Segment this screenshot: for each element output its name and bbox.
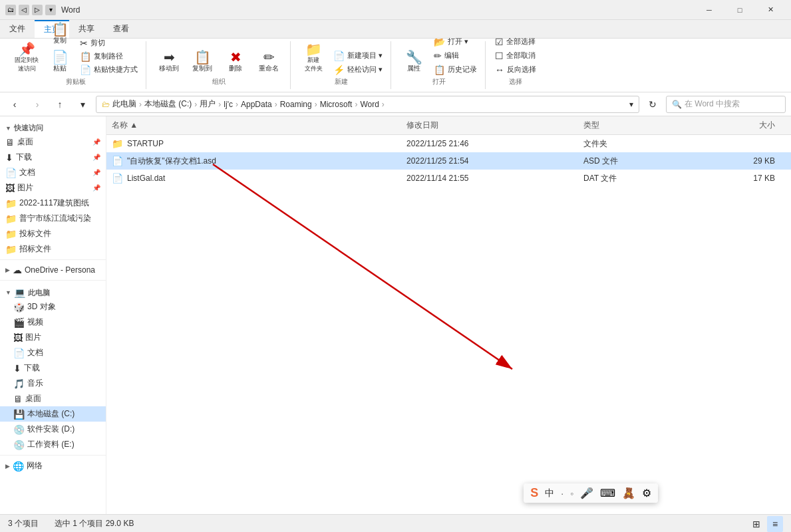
minimize-button[interactable]: ─ [694,0,724,20]
this-pc-section[interactable]: ▼ 💻 此电脑 [0,283,106,299]
file-row-startup[interactable]: 📁 STARTUP 2022/11/25 21:46 文件夹 [106,135,791,152]
ime-keyboard-icon[interactable]: ⌨ [600,487,615,499]
clipboard-group-label: 剪贴板 [66,77,86,86]
move-label: 移动到 [159,64,179,73]
pin-quick-access-button[interactable]: 📌 固定到快速访问 [11,40,43,76]
delete-icon: ✖ [230,51,241,64]
window-icon: 🗂 [5,5,16,15]
new-folder-button[interactable]: 📁 新建文件夹 [297,40,329,76]
breadcrumb-part-8[interactable]: Word [360,100,379,109]
invert-selection-button[interactable]: ↔ 反向选择 [492,63,539,76]
list-view-button[interactable]: ≡ [767,516,783,532]
startup-folder-icon: 📁 [112,138,123,149]
col-date[interactable]: 修改日期 [406,120,583,131]
paste-icon: 📄 [52,51,69,64]
history-button[interactable]: 📋 历史记录 [431,63,480,76]
sidebar-item-desktop-quick[interactable]: 🖥 桌面 📌 [0,134,106,150]
paste-label: 粘贴 [53,64,67,73]
new-item-icon: 📄 [333,51,345,61]
ime-bear-icon[interactable]: 🧸 [622,487,635,499]
folder-icon-address: 🗁 [102,100,110,109]
organize-group-label: 组织 [212,77,226,86]
ime-gear-icon[interactable]: ⚙ [642,487,651,499]
copy-path-button[interactable]: 📋 复制路径 [77,50,140,63]
breadcrumb-part-3[interactable]: 用户 [200,98,216,110]
sidebar-item-music[interactable]: 🎵 音乐 [0,376,106,391]
sidebar-item-folder1[interactable]: 📁 2022-1117建筑图纸 [0,196,106,211]
select-none-button[interactable]: ☐ 全部取消 [492,49,539,62]
up-button[interactable]: ↑ [51,95,69,114]
paste-shortcut-button[interactable]: 📄 粘贴快捷方式 [77,63,140,76]
copy-path-icon: 📋 [80,52,91,61]
quick-access-section[interactable]: ▼ 快速访问 [0,119,106,134]
ribbon-group-new: 📁 新建文件夹 📄 新建项目 ▾ ⚡ 轻松访问 ▾ 新建 [292,41,391,89]
paste-shortcut-label: 粘贴快捷方式 [94,65,138,74]
back-button[interactable]: ‹ [5,95,24,114]
move-to-button[interactable]: ➡ 移动到 [153,48,185,76]
properties-label: 属性 [407,64,420,73]
grid-view-button[interactable]: ⊞ [748,516,764,532]
paste-button[interactable]: 📄 粘贴 [44,48,76,76]
localc-label: 本地磁盘 (C:) [27,408,75,420]
sidebar-item-videos[interactable]: 🎬 视频 [0,315,106,330]
breadcrumb-part-2[interactable]: 本地磁盘 (C:) [144,98,192,110]
rename-button[interactable]: ✏ 重命名 [253,48,285,76]
dropdown-arrow[interactable]: ▾ [629,100,633,109]
sidebar-item-onedrive[interactable]: ▶ ☁ OneDrive - Persona [0,263,106,277]
forward-button[interactable]: › [28,95,47,114]
sidebar-item-pics[interactable]: 🖼 图片 [0,330,106,345]
sidebar-item-docs-quick[interactable]: 📄 文档 📌 [0,165,106,180]
breadcrumb-part-5[interactable]: AppData [241,100,272,109]
sidebar-item-downloads[interactable]: ⬇ 下载 [0,360,106,376]
folder4-icon: 📁 [5,244,17,255]
selected-info: 选中 1 个项目 29.0 KB [55,518,134,529]
copy-to-button[interactable]: 📋 复制到 [186,48,218,76]
search-box[interactable]: 🔍 在 Word 中搜索 [666,96,786,113]
maximize-button[interactable]: □ [724,0,755,20]
properties-button[interactable]: 🔧 属性 [398,48,430,76]
properties-icon: 🔧 [406,51,422,64]
sidebar-item-folder3[interactable]: 📁 投标文件 [0,226,106,241]
downloads2-icon: ⬇ [13,363,21,374]
sidebar-item-3d[interactable]: 🎲 3D 对象 [0,299,106,315]
docs-label: 文档 [27,347,43,358]
dat-file-icon: 📄 [112,173,123,184]
sidebar-item-folder2[interactable]: 📁 普宁市练江流域污染 [0,211,106,226]
easy-access-button[interactable]: ⚡ 轻松访问 ▾ [331,63,385,76]
refresh-button[interactable]: ↻ [643,95,662,114]
sidebar-item-docs[interactable]: 📄 文档 [0,345,106,360]
copy-label: 复制 [53,36,67,45]
open-button[interactable]: 📂 打开 ▾ [431,35,480,48]
col-size[interactable]: 大小 [701,120,786,131]
desktop2-icon: 🖥 [13,394,23,404]
delete-button[interactable]: ✖ 删除 [220,48,251,76]
sidebar-item-desktop[interactable]: 🖥 桌面 [0,391,106,406]
breadcrumb-part-4[interactable]: lj'c [224,100,233,109]
breadcrumb-part-1[interactable]: 此电脑 [112,98,136,110]
sidebar-item-software-d[interactable]: 💿 软件安装 (D:) [0,422,106,437]
copy-button[interactable]: 📋 复制 [44,20,76,48]
ime-mic-icon[interactable]: 🎤 [580,487,593,499]
new-item-button[interactable]: 📄 新建项目 ▾ [331,49,385,62]
select-all-button[interactable]: ☑ 全部选择 [492,35,539,48]
sidebar-item-local-c[interactable]: 💾 本地磁盘 (C:) [0,406,106,422]
breadcrumb-part-7[interactable]: Microsoft [320,100,353,109]
copy-to-label: 复制到 [192,64,212,73]
col-type[interactable]: 类型 [583,120,701,131]
recent-locations-button[interactable]: ▾ [73,95,92,114]
pics-icon: 🖼 [5,183,15,194]
sidebar-item-pics-quick[interactable]: 🖼 图片 📌 [0,180,106,196]
breadcrumb-part-6[interactable]: Roaming [280,100,312,109]
sidebar-item-work-e[interactable]: 💿 工作资料 (E:) [0,437,106,452]
edit-label: 编辑 [444,51,459,61]
sidebar-item-network[interactable]: ▶ 🌐 网络 [0,458,106,473]
address-path[interactable]: 🗁 此电脑 › 本地磁盘 (C:) › 用户 › lj'c › AppData … [96,96,639,113]
cut-button[interactable]: ✂ 剪切 [77,37,140,49]
close-button[interactable]: ✕ [755,0,786,20]
sidebar-item-downloads-quick[interactable]: ⬇ 下载 📌 [0,150,106,165]
edit-button[interactable]: ✏ 编辑 [431,49,480,62]
file-row-dat[interactable]: 📄 ListGal.dat 2022/11/14 21:55 DAT 文件 17… [106,170,791,187]
sidebar-item-folder4[interactable]: 📁 招标文件 [0,241,106,257]
col-name[interactable]: 名称 ▲ [112,120,406,131]
file-row-asd[interactable]: 📄 "自动恢复"保存文档1.asd 2022/11/25 21:54 ASD 文… [106,152,791,170]
